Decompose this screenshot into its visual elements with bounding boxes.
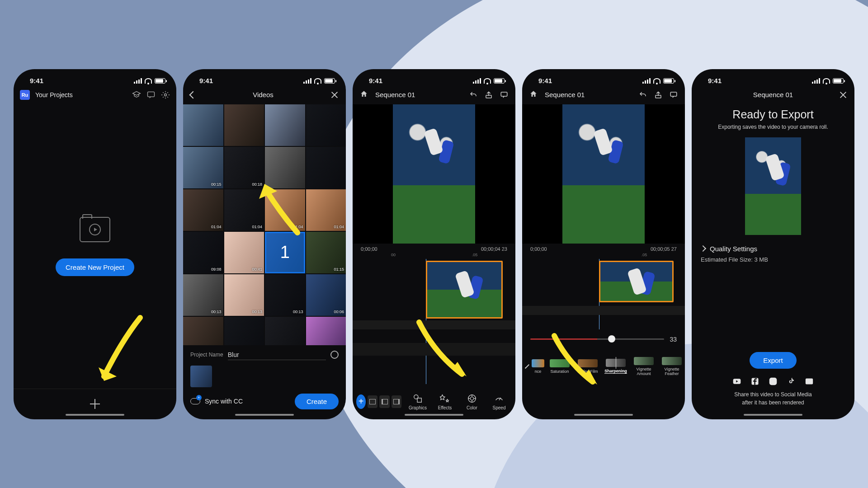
close-icon[interactable] — [330, 91, 339, 99]
media-thumb[interactable]: 00:07 — [265, 317, 305, 345]
svg-point-14 — [775, 379, 776, 380]
media-thumb[interactable]: 01:04 — [224, 189, 264, 231]
tool-effects[interactable]: Effects — [432, 393, 458, 410]
home-icon[interactable] — [360, 90, 368, 99]
timeline-clip[interactable] — [599, 261, 674, 302]
tool-speed[interactable]: Speed — [486, 393, 512, 410]
time-right: 00;00;05 27 — [651, 246, 677, 252]
project-settings-icon[interactable] — [330, 351, 339, 359]
behance-icon[interactable]: Be — [805, 377, 814, 386]
media-thumb-selected[interactable] — [265, 232, 305, 273]
status-bar: 9:41 — [353, 69, 515, 85]
learn-icon[interactable] — [132, 90, 141, 99]
timeline[interactable]: .05 — [522, 253, 685, 329]
media-thumb[interactable]: 00:23 — [306, 317, 346, 345]
feedback-icon[interactable] — [146, 90, 156, 99]
instagram-icon[interactable] — [769, 377, 778, 386]
comments-icon[interactable] — [670, 91, 678, 99]
home-icon[interactable] — [529, 90, 538, 99]
home-indicator — [235, 414, 294, 416]
settings-icon[interactable] — [161, 90, 170, 99]
project-name-input[interactable] — [228, 350, 326, 360]
quality-settings-row[interactable]: Quality Settings — [701, 245, 845, 253]
share-icon[interactable] — [485, 91, 493, 99]
media-thumb[interactable]: 00:13 — [183, 274, 223, 316]
export-button[interactable]: Export — [750, 352, 796, 369]
youtube-icon[interactable] — [732, 377, 741, 386]
media-thumb[interactable]: 01:48 — [183, 317, 223, 345]
preset-balance[interactable]: nce — [530, 359, 546, 374]
track-row — [522, 306, 685, 315]
selected-media-thumb[interactable] — [190, 366, 212, 387]
comments-icon[interactable] — [500, 91, 508, 99]
tiktok-icon[interactable] — [787, 377, 796, 386]
media-thumb[interactable]: 00:15 — [183, 147, 223, 188]
sharpening-slider[interactable] — [530, 338, 664, 340]
estimated-file-size: Estimated File Size: 3 MB — [701, 256, 845, 263]
export-sequence-title: Sequence 01 — [753, 91, 793, 99]
timeline-clip[interactable] — [426, 261, 503, 319]
timeline[interactable]: 00.05 — [353, 253, 515, 384]
preset-sharpening[interactable]: Sharpening — [602, 359, 630, 374]
video-preview[interactable] — [353, 104, 515, 244]
add-media-button[interactable]: + — [356, 394, 366, 409]
chevron-right-icon — [700, 245, 706, 252]
media-thumb[interactable]: 01:04 — [265, 189, 305, 231]
media-thumb[interactable]: 00:04 — [224, 317, 264, 345]
facebook-icon[interactable] — [750, 377, 760, 386]
media-thumb[interactable]: 01:04 — [183, 189, 223, 231]
slider-knob[interactable] — [608, 335, 615, 343]
cellular-icon — [812, 78, 820, 84]
color-preset-bar[interactable]: nce Saturation Faded Film Sharpening Vig… — [522, 349, 685, 384]
add-project-icon[interactable] — [90, 399, 100, 409]
graphics-icon — [412, 393, 423, 404]
media-thumb[interactable] — [183, 104, 223, 146]
timecode-row: 0;00;00 00;00;04 23 — [353, 244, 515, 253]
close-icon[interactable] — [839, 91, 847, 99]
media-thumb[interactable]: 00:13 — [224, 274, 264, 316]
back-icon[interactable] — [189, 91, 197, 99]
cloud-sync-icon[interactable] — [190, 398, 200, 404]
video-preview[interactable] — [522, 104, 685, 244]
scroll-left-icon[interactable] — [525, 364, 529, 369]
media-grid[interactable]: 00:15 00:18 01:04 01:04 01:04 01:04 09:0… — [183, 104, 346, 345]
status-time: 9:41 — [538, 77, 552, 84]
media-thumb[interactable] — [265, 147, 305, 188]
media-thumb[interactable]: 00:13 — [265, 274, 305, 316]
home-indicator — [66, 414, 124, 416]
create-new-project-button[interactable]: Create New Project — [56, 258, 134, 276]
media-thumb[interactable] — [224, 104, 264, 146]
layout-chip-1[interactable] — [368, 395, 377, 408]
media-thumb[interactable]: 09:08 — [183, 232, 223, 273]
media-thumb[interactable]: 00:41 — [224, 232, 264, 273]
time-left: 0;00;00 — [530, 246, 547, 252]
media-thumb[interactable]: 01:04 — [306, 189, 346, 231]
media-thumb[interactable] — [306, 104, 346, 146]
status-time: 9:41 — [199, 77, 213, 84]
export-subtitle: Exporting saves the video to your camera… — [718, 124, 828, 130]
media-thumb[interactable]: 00:06 — [306, 274, 346, 316]
create-button[interactable]: Create — [295, 394, 339, 409]
undo-icon[interactable] — [639, 91, 647, 99]
phone-2-media-picker: 9:41 Videos 00:15 00:18 01:04 01:04 01:0… — [183, 69, 346, 419]
layout-chip-3[interactable] — [392, 395, 401, 408]
media-thumb[interactable]: 01:15 — [306, 232, 346, 273]
empty-projects-icon — [80, 217, 110, 242]
preset-vignette-amount[interactable]: Vignette Amount — [630, 357, 658, 376]
time-left: 0;00;00 — [361, 246, 377, 252]
media-thumb[interactable] — [265, 104, 305, 146]
layout-chip-2[interactable] — [379, 395, 389, 408]
undo-icon[interactable] — [469, 91, 477, 99]
battery-icon — [494, 78, 505, 84]
phone-3-editor: 9:41 Sequence 01 0;00;00 00;00;04 23 00.… — [353, 69, 515, 419]
preset-saturation[interactable]: Saturation — [546, 359, 574, 374]
tool-graphics[interactable]: Graphics — [405, 393, 430, 410]
media-thumb[interactable] — [306, 147, 346, 188]
project-name-row: Project Name — [190, 350, 339, 360]
share-icon[interactable] — [654, 91, 662, 99]
tool-color[interactable]: Color — [459, 393, 485, 410]
preset-vignette-feather[interactable]: Vignette Feather — [658, 357, 685, 376]
preset-faded-film[interactable]: Faded Film — [574, 359, 602, 374]
export-header: Sequence 01 — [692, 85, 854, 104]
media-thumb[interactable]: 00:18 — [224, 147, 264, 188]
